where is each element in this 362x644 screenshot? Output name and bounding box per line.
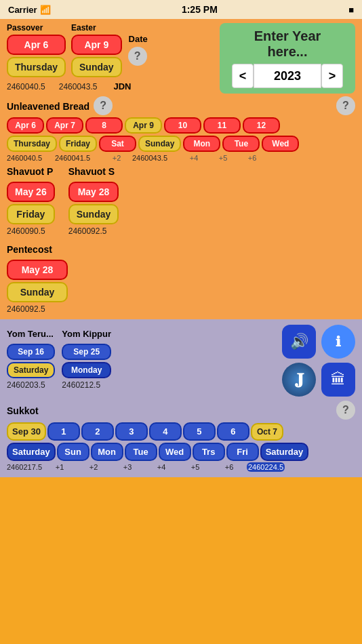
ub-day-1[interactable]: Friday (59, 136, 97, 152)
icon-row-2: 𝐉 🏛 (282, 363, 355, 397)
bank-btn[interactable]: 🏛 (321, 363, 355, 397)
ub-date-3[interactable]: Apr 9 (125, 117, 162, 134)
easter-jdn: 2460043.5 (59, 82, 98, 92)
sukkot-question-btn[interactable]: ? (336, 401, 355, 420)
sukkot-date-5[interactable]: 5 (183, 422, 216, 441)
unleavened-bread-section: Unleavened Bread ? ? Apr 6 Apr 7 8 Apr 9… (7, 94, 355, 162)
ub-jdn-4: +4 (180, 154, 207, 162)
ub-day-2[interactable]: Sat (99, 136, 136, 152)
year-input[interactable] (254, 64, 321, 88)
carrier-wifi: Carrier 📶 (8, 5, 51, 15)
sukkot-date-1[interactable]: 1 (47, 422, 80, 441)
passover-day-btn[interactable]: Thursday (7, 57, 66, 77)
shavuot-p-jdn: 2460090.5 (7, 226, 55, 236)
j-btn[interactable]: 𝐉 (282, 363, 316, 397)
passover-date-btn[interactable]: Apr 6 (7, 35, 66, 55)
yom-row: Yom Teru... Sep 16 Saturday 2460203.5 Yo… (7, 325, 355, 397)
easter-col: Easter Apr 9 Sunday (71, 23, 122, 77)
yom-kippur-date-btn[interactable]: Sep 25 (62, 344, 111, 360)
sukkot-date-0[interactable]: Sep 30 (7, 422, 46, 441)
ub-day-4[interactable]: Mon (183, 136, 220, 152)
date-label: Date (129, 34, 148, 44)
pentecost-col: Pentecost May 28 Sunday 2460092.5 (7, 240, 355, 314)
sukkot-jdn-5: +5 (179, 463, 212, 471)
year-next-btn[interactable]: > (321, 64, 343, 88)
sukkot-jdn-1: +1 (43, 463, 76, 471)
ub-date-0[interactable]: Apr 6 (7, 117, 44, 134)
wifi-icon: 📶 (40, 5, 51, 15)
sukkot-day-7[interactable]: Saturday (260, 443, 309, 461)
sukkot-section: Sukkot ? Sep 30 1 2 3 4 5 6 Oct 7 Saturd… (7, 401, 355, 472)
sukkot-day-4[interactable]: Wed (159, 443, 191, 461)
sukkot-jdn-4: +4 (145, 463, 178, 471)
ub-jdn-5: +5 (209, 154, 237, 162)
passover-jdn: 2460040.5 (7, 82, 45, 92)
ub-jdn-6: +6 (239, 154, 266, 162)
sukkot-dates-row: Sep 30 1 2 3 4 5 6 Oct 7 (7, 422, 355, 441)
yom-teru-col: Yom Teru... Sep 16 Saturday 2460203.5 (7, 325, 55, 390)
sukkot-day-3[interactable]: Tue (125, 443, 157, 461)
sukkot-day-0[interactable]: Saturday (7, 443, 56, 461)
ub-date-2[interactable]: 8 (85, 117, 123, 134)
ub-question-btn[interactable]: ? (94, 96, 113, 115)
ub-day-5[interactable]: Tue (222, 136, 260, 152)
sukkot-date-7[interactable]: Oct 7 (251, 423, 283, 441)
ub-day-0[interactable]: Thursday (7, 136, 57, 152)
yom-teru-day-btn[interactable]: Saturday (7, 362, 55, 378)
ub-date-5[interactable]: 11 (203, 117, 241, 134)
yom-kippur-day-btn[interactable]: Monday (62, 362, 111, 378)
yom-kippur-jdn: 2460212.5 (62, 380, 111, 390)
jdn-label: JDN (113, 81, 131, 92)
bottom-section: Yom Teru... Sep 16 Saturday 2460203.5 Yo… (0, 319, 362, 477)
sukkot-date-4[interactable]: 4 (149, 422, 182, 441)
yom-teru-jdn: 2460203.5 (7, 380, 55, 390)
ub-days-row: Thursday Friday Sat Sunday Mon Tue Wed (7, 136, 355, 152)
sukkot-date-2[interactable]: 2 (81, 422, 114, 441)
sukkot-day-2[interactable]: Mon (91, 443, 123, 461)
ub-jdn-3: 2460043.5 (132, 154, 178, 162)
sukkot-day-1[interactable]: Sun (57, 443, 89, 461)
info-btn[interactable]: ℹ (321, 325, 355, 359)
shavuot-p-date-btn[interactable]: May 26 (7, 182, 55, 202)
shavuot-s-date-btn[interactable]: May 28 (68, 182, 119, 202)
yom-teru-date-btn[interactable]: Sep 16 (7, 344, 55, 360)
ub-date-6[interactable]: 12 (243, 117, 280, 134)
date-question-btn[interactable]: ? (128, 47, 147, 66)
pentecost-day-btn[interactable]: Sunday (7, 282, 68, 302)
battery-icon: ■ (348, 5, 354, 15)
year-prev-btn[interactable]: < (232, 64, 254, 88)
sukkot-jdns-row: 2460217.5 +1 +2 +3 +4 +5 +6 2460224.5 (7, 462, 355, 472)
shavuot-p-day-btn[interactable]: Friday (7, 204, 55, 224)
sukkot-day-6[interactable]: Fri (226, 443, 259, 461)
sukkot-day-5[interactable]: Trs (193, 443, 225, 461)
ub-day-3[interactable]: Sunday (138, 136, 181, 152)
sound-btn[interactable]: 🔊 (282, 325, 316, 359)
shavuot-s-jdn: 2460092.5 (68, 226, 119, 236)
pentecost-label: Pentecost (7, 244, 355, 255)
ub-question2-btn[interactable]: ? (336, 96, 355, 115)
pentecost-date-btn[interactable]: May 28 (7, 260, 68, 280)
sukkot-jdn-2: +2 (77, 463, 110, 471)
passover-col: Passover Apr 6 Thursday (7, 23, 66, 77)
easter-date-btn[interactable]: Apr 9 (71, 35, 122, 55)
easter-day-btn[interactable]: Sunday (71, 57, 122, 77)
sukkot-date-6[interactable]: 6 (217, 422, 249, 441)
shavuot-s-col: Shavuot S May 28 Sunday 2460092.5 (68, 166, 119, 236)
sukkot-date-3[interactable]: 3 (115, 422, 148, 441)
yom-kippur-col: Yom Kippur Sep 25 Monday 2460212.5 (62, 325, 111, 390)
shavuot-s-day-btn[interactable]: Sunday (68, 204, 119, 224)
passover-jdn-row: 2460040.5 2460043.5 JDN (7, 81, 148, 92)
pentecost-jdn: 2460092.5 (7, 304, 355, 314)
status-bar: Carrier 📶 1:25 PM ■ (0, 0, 362, 19)
ub-date-4[interactable]: 10 (164, 117, 201, 134)
yom-kippur-label: Yom Kippur (62, 329, 111, 339)
ub-jdns-row: 2460040.5 2460041.5 +2 2460043.5 +4 +5 +… (7, 154, 355, 162)
passover-label: Passover (7, 23, 66, 33)
ub-date-1[interactable]: Apr 7 (46, 117, 83, 134)
main-section: Passover Apr 6 Thursday Easter Apr 9 Sun… (0, 19, 362, 319)
sukkot-jdn-7: 2460224.5 (247, 462, 285, 472)
icon-row-1: 🔊 ℹ (282, 325, 355, 359)
sukkot-jdn-6: +6 (213, 463, 245, 471)
ub-jdn-1: 2460041.5 (55, 154, 101, 162)
ub-day-6[interactable]: Wed (262, 136, 299, 152)
